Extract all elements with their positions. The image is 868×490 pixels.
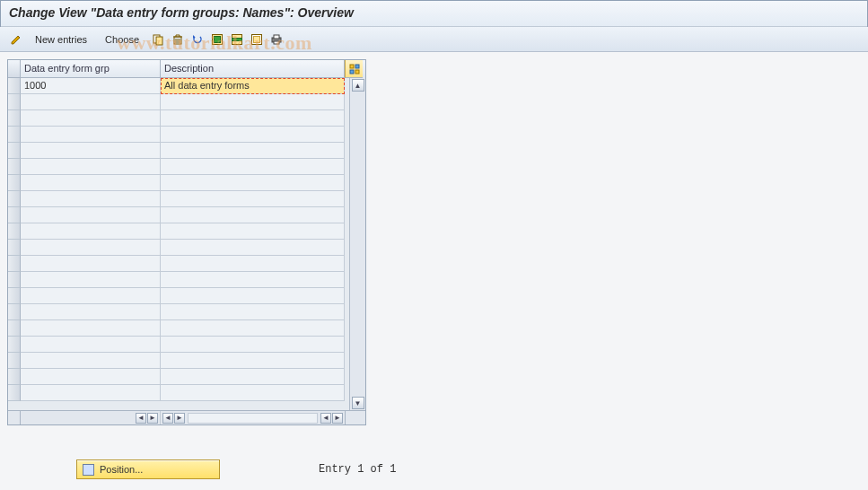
cell-form-group[interactable] bbox=[21, 223, 161, 240]
row-selector[interactable] bbox=[8, 240, 21, 256]
cell-form-group[interactable]: 1000 bbox=[21, 78, 161, 94]
table-row bbox=[8, 369, 349, 385]
row-selector[interactable] bbox=[8, 304, 21, 320]
cell-description[interactable] bbox=[161, 256, 345, 272]
row-selector[interactable] bbox=[8, 175, 21, 191]
col2-scroll-left-icon[interactable]: ◄ bbox=[162, 413, 173, 424]
hscroll-track[interactable] bbox=[188, 413, 318, 424]
table-row bbox=[8, 127, 349, 143]
col1-scroll-left-icon[interactable]: ◄ bbox=[136, 413, 146, 424]
undo-change-icon[interactable] bbox=[189, 31, 206, 48]
cell-form-group[interactable] bbox=[21, 94, 161, 110]
table-settings-icon[interactable] bbox=[345, 60, 363, 78]
cell-form-group[interactable] bbox=[21, 320, 161, 337]
cell-description[interactable] bbox=[161, 240, 345, 256]
svg-rect-10 bbox=[274, 35, 279, 39]
toggle-display-change-icon[interactable] bbox=[7, 31, 25, 48]
horizontal-scrollbar: ◄ ► ◄ ► ◄ ► bbox=[8, 410, 365, 424]
position-button[interactable]: Position... bbox=[76, 459, 220, 479]
column-header-form-group[interactable]: Data entry form grp bbox=[21, 60, 161, 78]
table-row bbox=[8, 159, 349, 175]
cell-form-group[interactable] bbox=[21, 207, 161, 223]
cell-form-group[interactable] bbox=[21, 337, 161, 353]
cell-description[interactable] bbox=[161, 159, 345, 175]
row-selector[interactable] bbox=[8, 353, 21, 369]
table-row bbox=[8, 175, 349, 191]
cell-description[interactable] bbox=[161, 288, 345, 304]
row-selector[interactable] bbox=[8, 288, 21, 304]
cell-form-group[interactable] bbox=[21, 143, 161, 159]
cell-description[interactable] bbox=[161, 337, 345, 353]
row-selector[interactable] bbox=[8, 385, 21, 401]
svg-rect-1 bbox=[156, 37, 162, 45]
cell-form-group[interactable] bbox=[21, 175, 161, 191]
cell-description[interactable] bbox=[161, 175, 345, 191]
cell-description[interactable] bbox=[161, 304, 345, 320]
scroll-up-icon[interactable]: ▲ bbox=[352, 79, 364, 92]
print-icon[interactable] bbox=[267, 31, 285, 48]
cell-description[interactable] bbox=[161, 207, 345, 223]
row-selector[interactable] bbox=[8, 256, 21, 272]
row-selector[interactable] bbox=[8, 207, 21, 223]
delete-icon[interactable] bbox=[169, 31, 187, 48]
cell-description[interactable] bbox=[161, 191, 345, 207]
cell-form-group[interactable] bbox=[21, 127, 161, 143]
row-selector[interactable] bbox=[8, 110, 21, 127]
cell-form-group[interactable] bbox=[21, 272, 161, 288]
table-row bbox=[8, 207, 349, 223]
cell-description[interactable] bbox=[161, 127, 345, 143]
cell-description[interactable] bbox=[161, 143, 345, 159]
cell-description[interactable] bbox=[161, 320, 345, 337]
cell-description[interactable]: All data entry forms bbox=[161, 78, 345, 94]
cell-form-group[interactable] bbox=[21, 191, 161, 207]
cell-form-group[interactable] bbox=[21, 159, 161, 175]
cell-form-group[interactable] bbox=[21, 110, 161, 127]
row-selector[interactable] bbox=[8, 337, 21, 353]
table-row bbox=[8, 143, 349, 159]
new-entries-button[interactable]: New entries bbox=[27, 31, 95, 48]
cell-description[interactable] bbox=[161, 353, 345, 369]
vertical-scrollbar[interactable]: ▲ ▼ bbox=[349, 78, 365, 410]
svg-rect-15 bbox=[355, 70, 359, 74]
row-selector[interactable] bbox=[8, 78, 21, 94]
table-row bbox=[8, 304, 349, 320]
column-header-description[interactable]: Description bbox=[161, 60, 345, 78]
row-selector-header[interactable] bbox=[8, 60, 21, 78]
cell-form-group[interactable] bbox=[21, 256, 161, 272]
col1-scroll-right-icon[interactable]: ► bbox=[147, 413, 158, 424]
cell-form-group[interactable] bbox=[21, 240, 161, 256]
cell-description[interactable] bbox=[161, 385, 345, 401]
cell-description[interactable] bbox=[161, 94, 345, 110]
cell-description[interactable] bbox=[161, 110, 345, 127]
row-selector[interactable] bbox=[8, 191, 21, 207]
cell-description[interactable] bbox=[161, 223, 345, 240]
row-selector[interactable] bbox=[8, 272, 21, 288]
row-selector[interactable] bbox=[8, 127, 21, 143]
entry-status-text: Entry 1 of 1 bbox=[319, 463, 396, 476]
col2-scroll-left2-icon[interactable]: ◄ bbox=[320, 413, 331, 424]
cell-form-group[interactable] bbox=[21, 385, 161, 401]
row-selector[interactable] bbox=[8, 159, 21, 175]
cell-description[interactable] bbox=[161, 369, 345, 385]
copy-as-icon[interactable] bbox=[149, 31, 167, 48]
row-selector[interactable] bbox=[8, 223, 21, 240]
select-all-icon[interactable] bbox=[208, 31, 226, 48]
cell-form-group[interactable] bbox=[21, 288, 161, 304]
col2-scroll-right2-icon[interactable]: ► bbox=[332, 413, 343, 424]
deselect-all-icon[interactable] bbox=[248, 31, 266, 48]
scroll-down-icon[interactable]: ▼ bbox=[352, 397, 364, 409]
row-selector[interactable] bbox=[8, 94, 21, 110]
cell-form-group[interactable] bbox=[21, 353, 161, 369]
row-selector[interactable] bbox=[8, 320, 21, 337]
col2-scroll-right-icon[interactable]: ► bbox=[174, 413, 185, 424]
row-selector[interactable] bbox=[8, 143, 21, 159]
cell-form-group[interactable] bbox=[21, 369, 161, 385]
svg-rect-8 bbox=[254, 36, 260, 42]
select-block-icon[interactable] bbox=[228, 31, 246, 48]
toolbar: New entries Choose bbox=[0, 27, 868, 52]
choose-button[interactable]: Choose bbox=[97, 31, 147, 48]
cell-form-group[interactable] bbox=[21, 304, 161, 320]
cell-description[interactable] bbox=[161, 272, 345, 288]
row-selector[interactable] bbox=[8, 369, 21, 385]
table-row bbox=[8, 94, 349, 110]
